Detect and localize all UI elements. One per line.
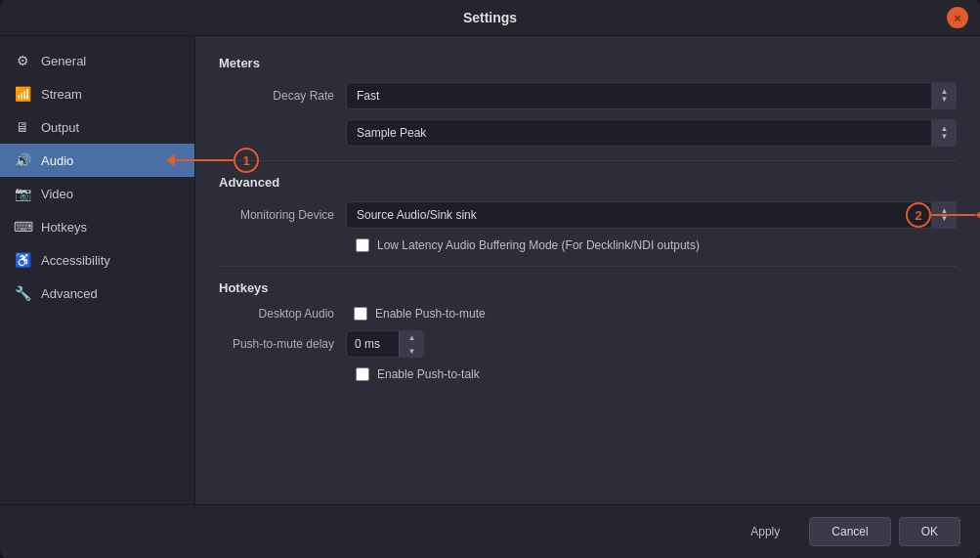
apply-button[interactable]: Apply <box>729 517 801 546</box>
settings-dialog: Settings × ⚙ General 📶 Stream 🖥 Output 🔊… <box>0 0 980 558</box>
low-latency-checkbox[interactable] <box>356 238 369 252</box>
meters-header: Meters <box>219 56 957 70</box>
main-content: ⚙ General 📶 Stream 🖥 Output 🔊 Audio 1 <box>0 36 980 504</box>
sidebar-label-accessibility: Accessibility <box>41 253 110 268</box>
push-to-mute-row: Desktop Audio Enable Push-to-mute <box>219 307 957 321</box>
divider-1 <box>219 160 957 161</box>
hotkeys-icon: ⌨ <box>14 219 31 235</box>
sidebar-label-hotkeys: Hotkeys <box>41 220 87 235</box>
monitoring-device-select[interactable]: Source Audio/Sink sink Default <box>346 201 957 229</box>
decay-rate-label: Decay Rate <box>219 89 346 103</box>
monitoring-device-label: Monitoring Device <box>219 208 346 222</box>
sample-peak-select[interactable]: Sample Peak True Peak <box>346 119 957 147</box>
low-latency-row: Low Latency Audio Buffering Mode (For De… <box>219 238 957 252</box>
push-to-mute-up-button[interactable]: ▲ <box>400 330 424 344</box>
title-bar: Settings × <box>0 0 980 36</box>
sidebar-item-audio[interactable]: 🔊 Audio 1 <box>0 144 194 177</box>
output-icon: 🖥 <box>14 119 31 135</box>
enable-push-to-mute-checkbox[interactable] <box>354 307 367 321</box>
enable-push-to-talk-label: Enable Push-to-talk <box>377 367 480 381</box>
arrow2-head <box>975 209 980 221</box>
decay-rate-select-wrapper: Fast Medium Slow ▲ ▼ <box>346 82 957 109</box>
sidebar-label-video: Video <box>41 187 73 201</box>
sidebar-label-audio: Audio <box>41 153 73 168</box>
stream-icon: 📶 <box>14 86 31 102</box>
hotkeys-header: Hotkeys <box>219 280 957 295</box>
push-to-mute-down-button[interactable]: ▼ <box>400 344 424 358</box>
advanced-icon: 🔧 <box>14 285 31 301</box>
enable-push-to-mute-label: Enable Push-to-mute <box>375 307 486 321</box>
hotkeys-section: Hotkeys Desktop Audio Enable Push-to-mut… <box>219 280 957 381</box>
advanced-section: Advanced Monitoring Device Source Audio/… <box>219 175 957 252</box>
gear-icon: ⚙ <box>14 53 31 68</box>
footer: Apply Cancel OK <box>0 504 980 558</box>
push-to-mute-delay-row: Push-to-mute delay ▲ ▼ <box>219 330 957 358</box>
sample-peak-select-wrapper: Sample Peak True Peak ▲ ▼ <box>346 119 957 147</box>
sidebar: ⚙ General 📶 Stream 🖥 Output 🔊 Audio 1 <box>0 36 195 504</box>
video-icon: 📷 <box>14 186 31 201</box>
meters-section: Meters Decay Rate Fast Medium Slow ▲ ▼ <box>219 56 957 147</box>
monitoring-device-row: Monitoring Device Source Audio/Sink sink… <box>219 201 957 229</box>
sidebar-label-general: General <box>41 54 86 68</box>
sidebar-item-stream[interactable]: 📶 Stream <box>0 77 194 110</box>
push-to-mute-delay-label: Push-to-mute delay <box>219 337 346 351</box>
divider-2 <box>219 266 957 267</box>
desktop-audio-label: Desktop Audio <box>219 307 346 321</box>
sidebar-label-advanced: Advanced <box>41 286 98 301</box>
sidebar-label-output: Output <box>41 120 79 135</box>
sidebar-item-hotkeys[interactable]: ⌨ Hotkeys <box>0 210 194 243</box>
sidebar-item-accessibility[interactable]: ♿ Accessibility <box>0 243 194 277</box>
push-to-talk-row: Enable Push-to-talk <box>219 367 957 381</box>
decay-rate-select[interactable]: Fast Medium Slow <box>346 82 957 109</box>
audio-icon: 🔊 <box>14 152 31 168</box>
push-to-mute-delay-input-wrapper: ▲ ▼ <box>346 330 424 358</box>
enable-push-to-talk-checkbox[interactable] <box>356 367 369 381</box>
accessibility-icon: ♿ <box>14 252 31 268</box>
ok-button[interactable]: OK <box>899 517 960 546</box>
close-button[interactable]: × <box>947 7 968 28</box>
push-to-mute-delay-arrows: ▲ ▼ <box>399 330 424 358</box>
monitoring-device-select-wrapper: Source Audio/Sink sink Default ▲ ▼ <box>346 201 957 229</box>
cancel-button[interactable]: Cancel <box>809 517 890 546</box>
sidebar-item-output[interactable]: 🖥 Output <box>0 110 194 144</box>
sidebar-item-general[interactable]: ⚙ General <box>0 44 194 77</box>
sidebar-item-video[interactable]: 📷 Video <box>0 177 194 210</box>
arrow1-head <box>166 154 175 166</box>
low-latency-label: Low Latency Audio Buffering Mode (For De… <box>377 238 700 252</box>
sidebar-item-advanced[interactable]: 🔧 Advanced <box>0 277 194 310</box>
advanced-header: Advanced <box>219 175 957 190</box>
content-area: Meters Decay Rate Fast Medium Slow ▲ ▼ <box>195 36 980 504</box>
decay-rate-row: Decay Rate Fast Medium Slow ▲ ▼ <box>219 82 957 109</box>
dialog-title: Settings <box>463 10 517 25</box>
sample-peak-row: Sample Peak True Peak ▲ ▼ <box>219 119 957 147</box>
sidebar-label-stream: Stream <box>41 87 82 102</box>
